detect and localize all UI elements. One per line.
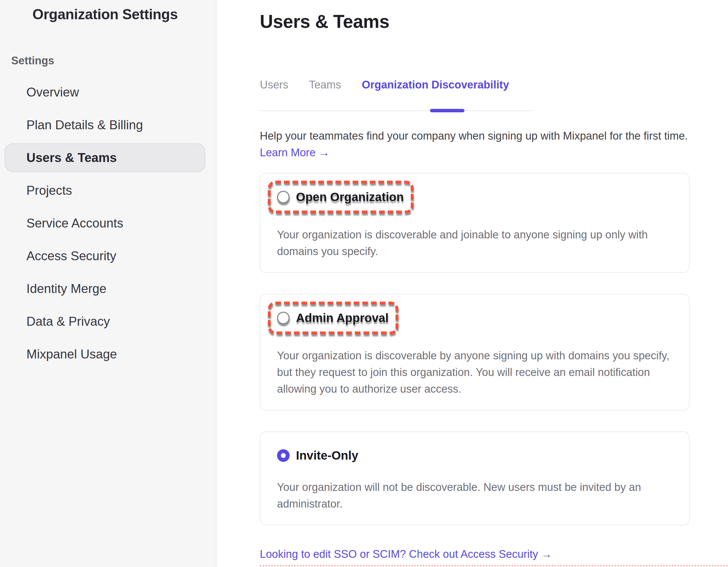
option-description: Your organization is discoverable and jo…	[277, 226, 672, 260]
sidebar-item-label: Plan Details & Billing	[26, 118, 143, 132]
intro-text: Help your teammates find your company wh…	[260, 127, 690, 144]
sidebar-item-label: Access Security	[26, 249, 116, 263]
tab-rule	[260, 110, 532, 111]
option-label: Invite-Only	[296, 448, 358, 463]
sidebar-item-label: Identity Merge	[26, 281, 107, 296]
option-row: Invite-Only	[277, 448, 358, 463]
tab-organization-discoverability[interactable]: Organization Discoverability	[362, 78, 509, 91]
sidebar-item-users-teams[interactable]: Users & Teams	[0, 141, 216, 174]
sidebar-item-projects[interactable]: Projects	[0, 174, 216, 207]
option-label: Admin Approval	[296, 311, 389, 325]
option-card-admin-approval: Admin ApprovalYour organization is disco…	[260, 294, 690, 411]
option-label: Open Organization	[296, 190, 404, 204]
sidebar-item-service-accounts[interactable]: Service Accounts	[0, 207, 216, 239]
sidebar-item-label: Data & Privacy	[26, 314, 110, 329]
option-description: Your organization is discoverable by any…	[277, 347, 672, 397]
sidebar-item-label: Users & Teams	[26, 150, 117, 165]
sidebar-item-access-security[interactable]: Access Security	[0, 239, 216, 272]
active-tab-indicator	[430, 109, 464, 112]
main-content: Users & Teams UsersTeamsOrganization Dis…	[217, 0, 728, 567]
sidebar-item-label: Mixpanel Usage	[26, 347, 117, 361]
annotation-highlight-box: Open Organization	[268, 181, 414, 213]
option-description: Your organization will not be discoverab…	[277, 479, 672, 512]
sidebar-item-label: Projects	[26, 183, 72, 198]
sidebar-item-plan-details-billing[interactable]: Plan Details & Billing	[0, 109, 216, 141]
sidebar-title: Organization Settings	[32, 6, 216, 23]
sidebar-item-label: Service Accounts	[26, 216, 123, 230]
option-card-open-organization: Open OrganizationYour organization is di…	[260, 173, 690, 273]
radio-admin-approval[interactable]	[277, 312, 290, 324]
sidebar-nav: OverviewPlan Details & BillingUsers & Te…	[0, 76, 216, 371]
tab-teams[interactable]: Teams	[309, 78, 341, 91]
option-card-invite-only: Invite-OnlyYour organization will not be…	[260, 432, 690, 525]
sidebar-item-data-privacy[interactable]: Data & Privacy	[0, 305, 216, 338]
discoverability-options: Open OrganizationYour organization is di…	[260, 173, 690, 525]
settings-section-label: Settings	[11, 54, 216, 67]
sidebar-item-overview[interactable]: Overview	[0, 76, 216, 109]
page-title: Users & Teams	[260, 12, 690, 31]
radio-open-organization[interactable]	[277, 191, 290, 203]
sidebar-item-mixpanel-usage[interactable]: Mixpanel Usage	[0, 338, 216, 371]
annotation-dashed-line	[260, 565, 728, 566]
radio-invite-only[interactable]	[277, 449, 290, 462]
annotation-highlight-box: Admin Approval	[268, 302, 398, 334]
sidebar-item-label: Overview	[26, 85, 79, 99]
learn-more-link[interactable]: Learn More →	[260, 144, 330, 161]
tab-bar: UsersTeamsOrganization Discoverability	[260, 78, 690, 91]
tab-users[interactable]: Users	[260, 78, 288, 91]
sidebar-item-identity-merge[interactable]: Identity Merge	[0, 272, 216, 305]
sidebar: Organization Settings Settings OverviewP…	[0, 0, 216, 567]
access-security-link[interactable]: Looking to edit SSO or SCIM? Check out A…	[260, 547, 552, 561]
